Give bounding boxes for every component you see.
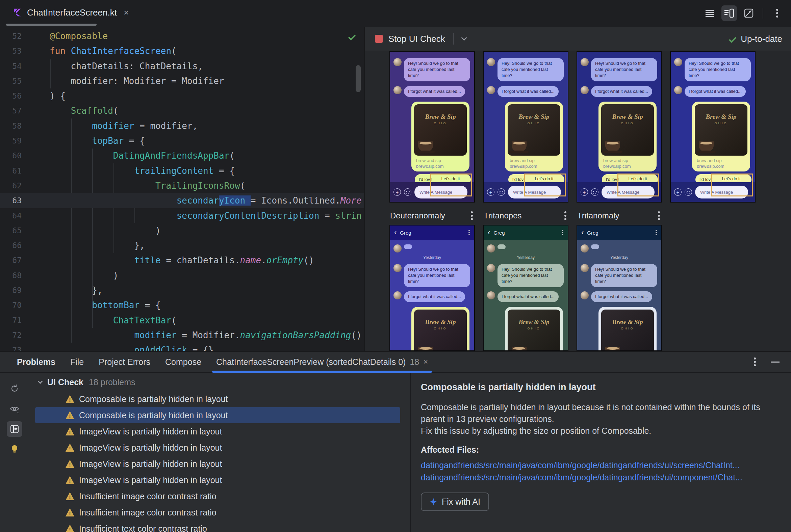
config-menu-icon[interactable] [658, 215, 660, 217]
quick-fix-button[interactable] [7, 441, 22, 457]
line-number: 52 [0, 29, 22, 43]
problem-text: Insufficient image color contrast ratio [79, 492, 217, 501]
fix-with-ai-button[interactable]: Fix with AI [421, 493, 489, 511]
cafe-logo-text: Brew & Sip [414, 318, 467, 326]
affected-file-link[interactable]: datingandfriends/src/main/java/com/ibm/g… [421, 459, 781, 471]
split-view-button[interactable] [721, 5, 737, 21]
affected-file-link[interactable]: datingandfriends/src/main/java/com/ibm/g… [421, 472, 781, 483]
affected-files-heading: Affected Files: [421, 445, 781, 455]
problem-item[interactable]: ImageView is partially hidden in layout [35, 423, 400, 439]
close-tab-icon[interactable]: × [124, 7, 129, 18]
problem-text: ImageView is partially hidden in layout [79, 475, 222, 485]
link-preview-card: Brew & SipOHIObrew and sipbrew&sip.com [411, 307, 470, 351]
show-preview-panel-button[interactable] [7, 421, 22, 437]
tab-project-errors[interactable]: Project Errors [91, 352, 158, 372]
problem-item[interactable]: ImageView is partially hidden in layout [35, 439, 400, 456]
problems-tab-bar: Problems File Project Errors Compose Cha… [0, 352, 791, 373]
problem-group-header[interactable]: UI Check 18 problems [29, 373, 410, 391]
code-line: 58 modifier = modifier, [0, 118, 364, 133]
incoming-message: Hey! Should we go to that cafe you menti… [674, 58, 752, 81]
line-number: 55 [0, 74, 22, 89]
avatar [393, 244, 402, 252]
panel-options-icon[interactable] [754, 361, 756, 363]
card-url: brew&sip.com [695, 163, 748, 170]
problem-item[interactable]: Composable is partially hidden in layout [35, 391, 400, 407]
chat-preview-phone[interactable]: ‹GregYesterdayHey! Should we go to that … [576, 225, 662, 351]
code-text: ) [22, 268, 118, 283]
config-name: Tritanomaly [577, 211, 619, 221]
chat-preview-phone[interactable]: Hey! Should we go to that cafe you menti… [483, 51, 568, 203]
file-tab[interactable]: ChatInterfaceScreen.kt × [6, 0, 135, 25]
code-editor[interactable]: 52@Composable53fun ChatInterfaceScreen(5… [0, 27, 364, 351]
problem-item[interactable]: Composable is partially hidden in layout [35, 407, 400, 423]
messages-area: YesterdayHey! Should we go to that cafe … [577, 240, 661, 351]
config-name: Tritanopes [484, 211, 522, 221]
line-number: 64 [0, 208, 22, 223]
chat-preview-phone[interactable]: ‹GregYesterdayHey! Should we go to that … [483, 225, 568, 351]
config-menu-icon[interactable] [564, 215, 566, 217]
kebab-icon [468, 232, 470, 233]
design-view-button[interactable] [741, 5, 757, 21]
avatar [487, 58, 495, 66]
chat-preview-phone[interactable]: Hey! Should we go to that cafe you menti… [670, 51, 756, 203]
main-menu-button[interactable] [769, 5, 785, 21]
view-options-button[interactable] [7, 401, 22, 417]
issue-highlight-box [430, 173, 472, 196]
problem-item[interactable]: Insufficient image color contrast ratio [35, 488, 400, 504]
inspections-ok-icon[interactable] [349, 34, 355, 40]
line-number: 63 [0, 193, 22, 208]
tab-compose[interactable]: Compose [158, 352, 209, 372]
preview-canvas: Hey! Should we go to that cafe you menti… [365, 51, 791, 351]
warning-icon [66, 395, 74, 403]
code-line: 52@Composable [0, 29, 364, 43]
editor-scrollbar[interactable] [356, 65, 361, 92]
tab-problems[interactable]: Problems [10, 352, 63, 372]
check-icon [729, 35, 736, 42]
incoming-message: Hey! Should we go to that cafe you menti… [393, 58, 471, 81]
incoming-message: I forgot what it was called... [487, 86, 564, 97]
chat-bubble [497, 244, 505, 249]
close-icon[interactable]: × [423, 357, 428, 366]
preview-config-label: Deuteranomaly [389, 207, 475, 225]
tab-preview-check[interactable]: ChatInterfaceScreenPreview (sortedChatDe… [209, 352, 435, 372]
chat-preview-phone[interactable]: Hey! Should we go to that cafe you menti… [389, 51, 475, 203]
line-number: 72 [0, 328, 22, 343]
group-count: 18 problems [89, 377, 135, 387]
avatar [581, 244, 589, 252]
eye-icon [10, 404, 20, 414]
problem-item[interactable]: ImageView is partially hidden in layout [35, 456, 400, 472]
add-icon: + [581, 188, 588, 196]
stop-ui-check-button[interactable]: Stop UI Check [388, 34, 445, 44]
kotlin-file-icon [12, 7, 22, 18]
code-line: 53fun ChatInterfaceScreen( [0, 43, 364, 58]
problem-item[interactable]: Insufficient text color contrast ratio [35, 520, 400, 532]
code-text: title = chatDetails.name.orEmpty() [22, 253, 314, 268]
problem-text: Insufficient text color contrast ratio [79, 524, 207, 532]
refresh-button[interactable] [7, 381, 22, 396]
incoming-message: Hey! Should we go to that cafe you menti… [581, 264, 658, 287]
code-line: 61 trailingContent = { [0, 164, 364, 178]
tab-file[interactable]: File [63, 352, 91, 372]
code-text: topBar = { [22, 133, 145, 148]
problem-item[interactable]: ImageView is partially hidden in layout [35, 472, 400, 488]
cafe-logo-subtext: OHIO [414, 327, 467, 330]
fix-with-ai-label: Fix with AI [442, 497, 480, 507]
link-preview-card: Brew & SipOHIObrew and sipbrew&sip.com [505, 307, 563, 351]
cafe-logo-subtext: OHIO [508, 121, 560, 125]
problem-item[interactable]: Insufficient image color contrast ratio [35, 504, 400, 520]
incoming-message: I forgot what it was called... [674, 86, 752, 97]
line-number: 67 [0, 253, 22, 268]
line-number: 68 [0, 268, 22, 283]
code-view-button[interactable] [702, 5, 717, 21]
code-line: 63 secondaryIcon = Icons.Outlined.More [0, 193, 364, 208]
toolbar-separator [762, 8, 763, 19]
chat-preview-phone[interactable]: ‹GregYesterdayHey! Should we go to that … [389, 225, 475, 351]
list-detail-divider[interactable] [410, 373, 411, 532]
card-caption: brew and sip [508, 156, 560, 163]
chat-preview-phone[interactable]: Hey! Should we go to that cafe you menti… [576, 51, 662, 203]
warning-icon [66, 525, 74, 532]
chevron-down-icon[interactable] [461, 35, 467, 41]
config-menu-icon[interactable] [471, 215, 473, 217]
card-url: brew&sip.com [414, 163, 467, 170]
minimize-icon[interactable] [771, 362, 779, 363]
